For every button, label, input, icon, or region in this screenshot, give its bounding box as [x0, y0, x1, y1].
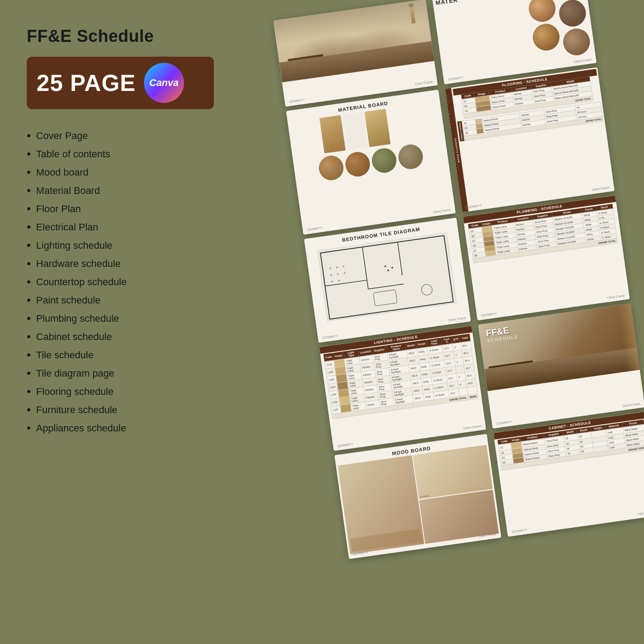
svg-text:×: ×	[336, 272, 339, 276]
features-list: Cover Page Table of contents Mood board …	[27, 129, 209, 435]
svg-text:×: ×	[331, 279, 333, 284]
card-frame: Client Frame	[574, 58, 592, 64]
list-item: Electrical Plan	[27, 220, 209, 234]
list-item: Material Board	[27, 184, 209, 197]
card-date: DD/MM/YY	[289, 98, 305, 103]
list-item: Furniture schedule	[27, 403, 209, 417]
flooring-card: WOOD FLOORING FLOORING - SCHEDULE CodeIm…	[445, 67, 615, 212]
left-panel: FF&E Schedule 25 PAGE Canva Cover Page T…	[0, 0, 236, 644]
svg-line-3	[398, 242, 402, 275]
svg-text:×: ×	[330, 273, 332, 277]
svg-rect-16	[373, 290, 397, 306]
list-item: Hardware schedule	[27, 257, 209, 271]
list-item: Table of contents	[27, 147, 209, 161]
card-date: DD/MM/YY	[322, 334, 338, 340]
tile-diagram-card: BEDTHROOM TILE DIAGRAM × × ×	[304, 217, 471, 343]
card-date: DD/MM/YY	[337, 443, 353, 448]
list-item: Tile schedule	[27, 348, 209, 362]
canva-logo-bubble: Canva	[144, 63, 184, 103]
list-item: Mood board	[27, 165, 209, 179]
list-item: Flooring schedule	[27, 385, 209, 398]
ffe-cover-card: FF&E SCHEDULE DD/MM/YY Client Frame	[478, 304, 644, 429]
plumbing-card: PLUMBING - SCHEDULE CodeImageProductLoca…	[463, 195, 630, 320]
floor-plan-svg: × × × × × × × ×	[318, 233, 456, 321]
mood-board-card: MOOD BOARD DD/MM/YY Client Frame	[334, 434, 501, 559]
svg-text:×: ×	[337, 279, 340, 283]
svg-text:×: ×	[343, 271, 346, 275]
svg-point-14	[391, 267, 394, 269]
card-date: DD/MM/YY	[512, 528, 528, 533]
cover-card: DD/MM/YY Client Frame	[273, 0, 438, 107]
card-frame: Client Frame	[637, 510, 644, 516]
floor-plan-area: × × × × × × × ×	[317, 233, 457, 321]
list-item: Cover Page	[27, 129, 209, 143]
card-frame: Client Frame	[448, 316, 466, 322]
lighting-card: LIGHTING - SCHEDULE CodeImageLight TypeL…	[319, 326, 486, 451]
list-item: Countertop schedule	[27, 275, 209, 289]
svg-rect-0	[320, 236, 453, 320]
card-frame: Client Frame	[415, 80, 433, 86]
card-frame: Client Frame	[622, 402, 640, 408]
right-panel: DD/MM/YY Client Frame MATER DD/M	[236, 0, 644, 644]
svg-text:×: ×	[329, 266, 332, 271]
card-frame: Client Frame	[433, 208, 451, 214]
svg-line-2	[368, 284, 403, 289]
svg-point-15	[387, 270, 389, 272]
card-date: DD/MM/YY	[481, 312, 497, 317]
page-count-text: 25 PAGE	[37, 70, 136, 96]
card-date: DD/MM/YY	[307, 226, 323, 231]
svg-point-17	[421, 284, 433, 296]
svg-line-1	[362, 247, 368, 289]
list-item: Plumbing schedule	[27, 312, 209, 325]
card-date: DD/MM/YY	[496, 420, 513, 425]
material-board-card: MATERIAL BOARD DD/MM/YY Client Frame	[286, 90, 456, 234]
list-item: Tile diagram page	[27, 366, 209, 380]
card-frame: Client Frame	[607, 294, 625, 299]
svg-text:×: ×	[336, 265, 338, 270]
page-count-badge: 25 PAGE Canva	[27, 57, 214, 109]
svg-point-13	[384, 265, 386, 267]
list-item: Appliances schedule	[27, 421, 209, 435]
page-title: FF&E Schedule	[27, 27, 209, 46]
canva-label: Canva	[149, 77, 179, 89]
list-item: Paint schedule	[27, 293, 209, 307]
cabinet-card: CABINET - SCHEDULE CodeImageProductSuppl…	[493, 411, 644, 537]
card-frame: Client Frame	[463, 424, 481, 430]
preview-grid: DD/MM/YY Client Frame MATER DD/M	[255, 0, 644, 644]
list-item: Lighting schedule	[27, 238, 209, 252]
card-date: DD/MM/YY	[448, 76, 464, 81]
list-item: Floor Plan	[27, 202, 209, 216]
list-item: Cabinet schedule	[27, 330, 209, 344]
svg-text:×: ×	[342, 264, 345, 269]
